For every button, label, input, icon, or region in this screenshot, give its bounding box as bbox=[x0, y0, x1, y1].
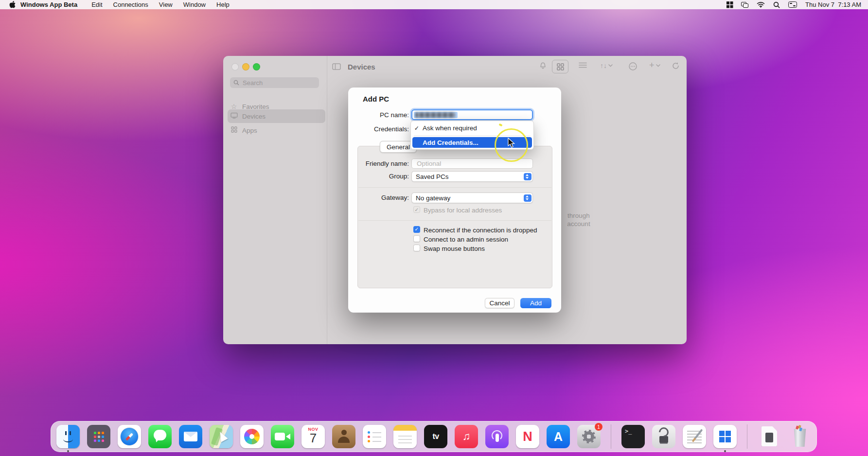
windows-app-status-icon[interactable] bbox=[726, 1, 733, 8]
sidebar-apps-label: Apps bbox=[242, 127, 257, 134]
dock-facetime-icon[interactable] bbox=[271, 425, 294, 448]
dock-notes-icon[interactable] bbox=[393, 425, 417, 448]
dock-appstore-icon[interactable]: A bbox=[547, 425, 570, 448]
popup-stepper-icon bbox=[524, 194, 531, 202]
menu-bar-clock[interactable]: Thu Nov 7 7:13 AM bbox=[805, 1, 861, 8]
wifi-icon[interactable] bbox=[757, 1, 765, 8]
bypass-checkbox[interactable]: ✓ bbox=[413, 206, 420, 213]
sort-arrows-icon: ↑↓ bbox=[600, 62, 607, 70]
dock-launchpad-icon[interactable] bbox=[87, 425, 110, 448]
separator bbox=[358, 220, 551, 221]
empty-state-text-fragment: through account bbox=[563, 211, 595, 228]
credentials-label: Credentials: bbox=[353, 125, 409, 133]
admin-session-checkbox-label: Connect to an admin session bbox=[424, 236, 508, 243]
dock-trash-icon[interactable] bbox=[788, 425, 812, 448]
apple-menu-icon[interactable] bbox=[9, 1, 16, 8]
group-label: Group: bbox=[353, 173, 409, 180]
pc-name-selection bbox=[414, 112, 458, 118]
dock-contacts-icon[interactable] bbox=[332, 425, 355, 448]
sidebar-search[interactable] bbox=[230, 77, 319, 88]
sidebar-divider bbox=[327, 56, 327, 344]
bypass-checkbox-label: Bypass for local addresses bbox=[424, 207, 502, 214]
dock: NOV 7 tv ♫ N A 1 >_ bbox=[51, 421, 817, 452]
display-icon bbox=[230, 112, 238, 120]
gateway-label: Gateway: bbox=[353, 194, 409, 201]
tv-label: tv bbox=[432, 432, 439, 441]
separator bbox=[358, 187, 551, 188]
search-input[interactable] bbox=[242, 79, 312, 87]
group-popup[interactable]: Saved PCs bbox=[411, 171, 533, 182]
chevron-down-icon bbox=[608, 64, 613, 67]
dock-separator bbox=[747, 424, 747, 449]
dock-safari-icon[interactable] bbox=[118, 425, 141, 448]
plus-icon: + bbox=[649, 60, 655, 70]
dock-documents-icon[interactable] bbox=[758, 425, 781, 448]
dock-appletv-icon[interactable]: tv bbox=[424, 425, 447, 448]
dock-news-icon[interactable]: N bbox=[516, 425, 539, 448]
dock-podcasts-icon[interactable] bbox=[485, 425, 509, 448]
gateway-popup[interactable]: No gateway bbox=[411, 193, 533, 203]
terminal-prompt: >_ bbox=[625, 428, 632, 435]
menu-bar-left: Windows App Beta Edit Connections View W… bbox=[0, 1, 235, 8]
dock-textedit-icon[interactable] bbox=[683, 425, 706, 448]
refresh-icon[interactable] bbox=[672, 62, 680, 70]
dock-calendar-icon[interactable]: NOV 7 bbox=[301, 425, 325, 448]
menu-help[interactable]: Help bbox=[216, 1, 230, 8]
swap-mouse-checkbox-label: Swap mouse buttons bbox=[424, 245, 485, 252]
minimize-button[interactable] bbox=[242, 63, 249, 70]
checkmark-icon: ✓ bbox=[411, 124, 423, 132]
dock-reminders-icon[interactable] bbox=[363, 425, 386, 448]
spotlight-icon[interactable] bbox=[773, 1, 780, 8]
reconnect-checkbox[interactable]: ✓ bbox=[413, 226, 420, 233]
menu-window[interactable]: Window bbox=[183, 1, 206, 8]
pc-name-field[interactable] bbox=[411, 109, 533, 120]
sidebar-item-devices[interactable]: Devices bbox=[230, 110, 266, 122]
dock-messages-icon[interactable] bbox=[148, 425, 172, 448]
running-indicator bbox=[67, 450, 69, 452]
calendar-day: 7 bbox=[301, 431, 325, 446]
swap-mouse-checkbox[interactable] bbox=[413, 245, 420, 251]
dock-terminal-icon[interactable]: >_ bbox=[621, 425, 645, 448]
list-view-icon[interactable] bbox=[579, 62, 587, 69]
menu-edit[interactable]: Edit bbox=[91, 1, 102, 8]
add-pc-dialog: Add PC PC name: Credentials: General Fri… bbox=[348, 88, 561, 313]
window-title: Devices bbox=[348, 63, 375, 71]
more-options-icon[interactable] bbox=[628, 62, 638, 71]
dock-separator bbox=[611, 424, 611, 449]
pc-name-redacted-value bbox=[415, 112, 455, 118]
notifications-bell-icon[interactable] bbox=[539, 62, 547, 70]
dock-music-icon[interactable]: ♫ bbox=[455, 425, 478, 448]
screen-mirroring-icon[interactable] bbox=[741, 2, 748, 8]
cancel-button[interactable]: Cancel bbox=[485, 298, 514, 308]
dock-finder-icon[interactable] bbox=[56, 425, 80, 448]
friendly-name-label: Friendly name: bbox=[353, 160, 409, 167]
dock-photos-icon[interactable] bbox=[240, 425, 264, 448]
pc-name-label: PC name: bbox=[353, 111, 409, 119]
group-value: Saved PCs bbox=[416, 173, 449, 180]
menu-bar: Windows App Beta Edit Connections View W… bbox=[0, 0, 868, 9]
toggle-sidebar-icon[interactable] bbox=[332, 63, 341, 72]
menu-view[interactable]: View bbox=[159, 1, 173, 8]
dock-maps-icon[interactable] bbox=[210, 425, 233, 448]
add-button-toolbar[interactable]: + bbox=[649, 60, 660, 70]
admin-session-checkbox[interactable] bbox=[413, 235, 420, 242]
zoom-button[interactable] bbox=[253, 63, 260, 70]
control-center-icon[interactable] bbox=[788, 1, 797, 8]
dock-windows-app-icon[interactable] bbox=[713, 425, 737, 448]
dock-mail-icon[interactable] bbox=[179, 425, 202, 448]
reconnect-checkbox-label: Reconnect if the connection is dropped bbox=[424, 227, 537, 234]
menu-connections[interactable]: Connections bbox=[113, 1, 148, 8]
menu-bar-status: Thu Nov 7 7:13 AM bbox=[726, 0, 868, 9]
add-button[interactable]: Add bbox=[520, 298, 551, 308]
sidebar-item-apps[interactable]: Apps bbox=[230, 124, 257, 136]
sort-button[interactable]: ↑↓ bbox=[600, 62, 613, 70]
appstore-letter: A bbox=[554, 430, 563, 444]
search-icon bbox=[233, 80, 239, 86]
music-note-icon: ♫ bbox=[462, 430, 471, 443]
dock-system-settings-icon[interactable]: 1 bbox=[577, 425, 601, 448]
grid-view-button[interactable] bbox=[552, 60, 568, 73]
screen: Windows App Beta Edit Connections View W… bbox=[0, 0, 868, 456]
close-button[interactable] bbox=[231, 63, 239, 70]
menu-app-name[interactable]: Windows App Beta bbox=[20, 1, 77, 8]
dock-hardware-utility-icon[interactable] bbox=[652, 425, 675, 448]
